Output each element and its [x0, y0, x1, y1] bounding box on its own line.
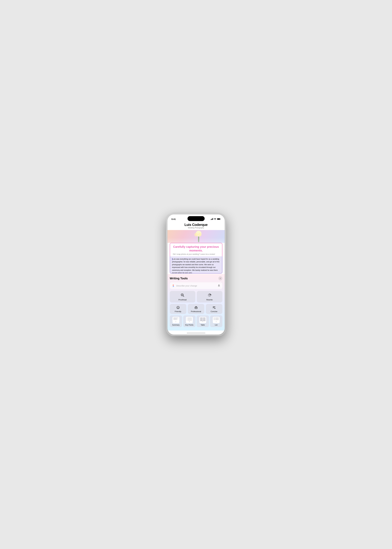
review-prompt: Did I snap photos at your wedding? Leave… — [170, 253, 222, 256]
table-doc-icon: ↓ — [199, 317, 206, 323]
friendly-icon — [176, 306, 180, 310]
writing-tools-header: Writing Tools × — [170, 276, 222, 280]
list-label: List — [215, 324, 217, 326]
app-subtitle: Wedding Photography — [170, 227, 222, 229]
concise-label: Concise — [211, 310, 217, 313]
app-header: Luis Coderque Wedding Photography — [168, 222, 225, 230]
dynamic-island — [188, 216, 205, 221]
friendly-label: Friendly — [175, 310, 181, 313]
wedding-photo — [168, 230, 225, 243]
text-cursor — [172, 258, 172, 260]
concise-button[interactable]: Concise — [206, 304, 222, 314]
rewrite-label: Rewrite — [206, 299, 213, 301]
summary-label: Summary — [172, 324, 180, 326]
svg-point-9 — [177, 306, 179, 309]
svg-rect-14 — [196, 308, 196, 308]
battery-icon — [217, 218, 221, 220]
professional-button[interactable]: Professional — [188, 304, 204, 314]
content-card: Carefully capturing your precious moment… — [170, 243, 222, 256]
proofread-icon — [181, 293, 184, 297]
svg-rect-2 — [220, 219, 221, 219]
friendly-button[interactable]: Friendly — [170, 304, 186, 314]
proofread-label: Proofread — [178, 299, 187, 301]
table-label: Table — [201, 324, 205, 326]
close-button[interactable]: × — [218, 276, 222, 280]
tone-tools-row: Friendly Professional — [170, 304, 222, 314]
signal-icon — [211, 218, 213, 220]
svg-point-11 — [178, 307, 178, 307]
content-area: Carefully capturing your precious moment… — [168, 230, 225, 274]
writing-tools-panel: Writing Tools × Describe your change — [168, 274, 225, 331]
professional-icon — [195, 306, 198, 310]
svg-point-10 — [177, 307, 178, 307]
wifi-icon — [214, 218, 216, 220]
microphone-icon[interactable] — [217, 284, 220, 287]
key-points-label: Key Points — [185, 324, 193, 326]
concise-icon — [212, 306, 216, 310]
format-tools-row: ↓ Summary — [170, 315, 222, 327]
writing-tools-title: Writing Tools — [170, 277, 188, 280]
summary-button[interactable]: ↓ Summary — [170, 315, 182, 327]
key-points-button[interactable]: ↓ Key Points — [183, 315, 196, 327]
svg-rect-1 — [217, 218, 220, 220]
describe-change-input[interactable]: Describe your change — [170, 282, 222, 289]
rewrite-button[interactable]: Rewrite — [197, 291, 222, 303]
rewrite-icon — [208, 293, 211, 297]
status-time: 9:41 — [171, 218, 176, 220]
table-button[interactable]: ↓ Table — [197, 315, 209, 327]
apple-intelligence-icon — [172, 284, 175, 287]
proofread-button[interactable]: Proofread — [170, 291, 195, 303]
phone-screen: 9:41 — [168, 214, 225, 335]
describe-placeholder: Describe your change — [176, 284, 216, 287]
selected-text-area[interactable]: Luis was everything we could have hoped … — [170, 256, 222, 274]
professional-label: Professional — [191, 310, 201, 313]
key-points-doc-icon: ↓ — [186, 317, 193, 323]
phone-frame: 9:41 — [166, 213, 226, 336]
svg-line-7 — [183, 296, 184, 296]
review-text: Luis was everything we could have hoped … — [172, 258, 220, 274]
status-icons — [211, 218, 221, 220]
svg-rect-4 — [218, 284, 219, 286]
list-doc-icon: ↓ — [213, 317, 220, 323]
home-indicator — [187, 333, 205, 333]
summary-doc-icon: ↓ — [173, 317, 179, 323]
tagline-text: Carefully capturing your precious moment… — [170, 243, 222, 253]
primary-tools-row: Proofread Rewrite — [170, 291, 222, 303]
list-button[interactable]: ↓ List — [210, 315, 222, 327]
app-title: Luis Coderque — [170, 223, 222, 227]
